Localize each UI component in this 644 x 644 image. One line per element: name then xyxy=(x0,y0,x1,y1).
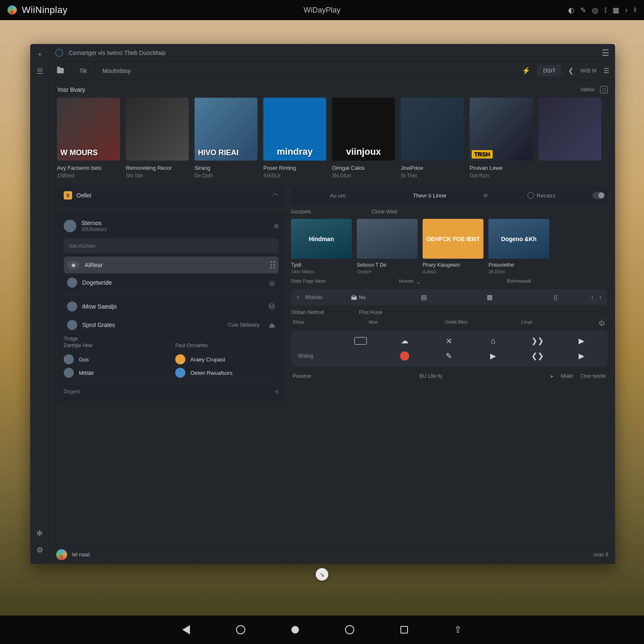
bookmark-icon[interactable]: ▸ xyxy=(551,373,553,379)
album-card[interactable] xyxy=(538,98,601,179)
toolbar-share-icon[interactable]: ❮ xyxy=(568,67,574,75)
album-cover: W MOURS xyxy=(57,98,120,161)
below-strip-labels: Onban Nethod Fhst Huue xyxy=(291,309,608,315)
nav-recents-icon[interactable] xyxy=(400,626,408,634)
mini-card[interactable]: Seboon T De Ondich xyxy=(357,219,418,274)
user-row[interactable]: Sternos 30Uhiokors ⧉ xyxy=(64,218,278,234)
titlebar-circle-icon[interactable] xyxy=(55,49,63,57)
mini-card[interactable]: Hindman Tyslt 7Ahr Milton xyxy=(291,219,352,274)
toolbar-folder-button[interactable] xyxy=(49,62,72,80)
tab[interactable]: Au um xyxy=(293,189,382,202)
library-grid-icon[interactable]: ▢ xyxy=(600,86,608,93)
grid-icon[interactable]: ▦ xyxy=(613,6,619,15)
forward-icon[interactable]: ❯❯ xyxy=(531,336,544,345)
mic-icon[interactable]: Ⓜ xyxy=(268,302,275,311)
strip-device-icon[interactable]: ▯ xyxy=(526,293,586,301)
album-cover: mindray xyxy=(263,98,326,161)
chevron-left-icon[interactable]: ‹ xyxy=(600,293,602,301)
play-icon[interactable]: ▶ xyxy=(490,351,496,361)
user-copy-icon[interactable]: ⧉ xyxy=(274,223,278,230)
play-icon[interactable]: › xyxy=(625,6,628,14)
strip-list-icon[interactable]: ▤ xyxy=(394,293,454,301)
album-card[interactable]: W MOURS Avy Facisenn bets 1SB/wd xyxy=(57,98,120,179)
avatar xyxy=(175,368,185,378)
app-body: Yosr Bvary VeMor ▢ W MOURS Avy Facisenn … xyxy=(49,80,615,545)
nav-assistant-icon[interactable] xyxy=(291,626,299,634)
mini-album-row: Hindman Tyslt 7Ahr Milton Seboon T De On… xyxy=(291,219,608,274)
headphones-icon[interactable]: ◠ xyxy=(273,192,278,200)
pin-icon[interactable]: ✎ xyxy=(580,6,586,15)
cloud-icon[interactable]: ☁ xyxy=(401,336,408,345)
mini-cover: OEHFCK FOE IENT xyxy=(423,219,483,259)
list-item[interactable]: Sprol Grates Cuie Siklwoiry ⏏ xyxy=(64,316,278,334)
list-item[interactable]: iMow Saealjs Ⓜ xyxy=(64,297,278,316)
sub-list-item[interactable]: Mtttäir xyxy=(64,366,167,379)
sub-list-item[interactable]: Oeten Rwuafsors xyxy=(175,366,278,379)
right-tabbar: Au um Thevr ö Linne ⟳ Recatrs xyxy=(291,186,608,205)
sound-icon[interactable]: ❮❯ xyxy=(531,351,544,361)
album-card[interactable]: HIVO RIEAI Sirang De Doth xyxy=(195,98,257,179)
tabbar-toggle[interactable] xyxy=(592,192,605,199)
toolbar-tab-tk[interactable]: Tik xyxy=(72,62,95,80)
nav-home-icon[interactable] xyxy=(236,625,245,634)
chevron-left-icon[interactable]: ‹ xyxy=(591,293,593,301)
play-icon[interactable]: ▶ xyxy=(579,336,584,345)
moon-icon[interactable]: ◐ xyxy=(568,6,574,15)
equalizer-icon[interactable]: ⦀ xyxy=(634,6,636,14)
center-handle-icon[interactable]: ↘ xyxy=(316,568,328,581)
nav-back-icon[interactable] xyxy=(182,625,190,634)
toolbar-more-icon[interactable]: ☰ xyxy=(603,67,609,75)
mini-card[interactable]: OEHFCK FOE IENT Phary Kiasgewin 4.AtsG xyxy=(423,219,483,274)
album-card[interactable]: mindray Poser Rinting S/ASLtr xyxy=(263,98,326,179)
now-playing-art-icon[interactable] xyxy=(56,549,67,560)
item-avatar-icon xyxy=(67,320,77,330)
strip-button[interactable]: 🏔 Nis xyxy=(328,294,388,301)
nav-home2-icon[interactable] xyxy=(345,625,354,634)
left-search[interactable] xyxy=(64,238,278,253)
lock-icon[interactable]: ⌂ xyxy=(491,337,496,345)
list-item[interactable]: ◉ AlRear xyxy=(64,257,278,273)
library-more-link[interactable]: VeMor xyxy=(580,87,595,93)
strip-grid-icon[interactable]: ▦ xyxy=(460,293,520,301)
eject-icon[interactable]: ⏏ xyxy=(269,321,275,329)
tool-icon[interactable]: ✎ xyxy=(446,351,452,361)
panel-badge-icon: S xyxy=(64,191,72,200)
toolbar-dsit-button[interactable]: DSIT xyxy=(537,65,561,76)
globe-icon[interactable]: ◎ xyxy=(592,6,598,15)
folder-icon xyxy=(57,68,64,73)
album-card[interactable]: viinjoux Oimgal Calos 3N Gfurt xyxy=(332,98,395,179)
power-icon[interactable]: ⏻ xyxy=(597,319,606,326)
album-card[interactable]: JnwPdoe St Thet xyxy=(401,98,464,179)
sub-list-item[interactable]: Araey Crupast xyxy=(175,353,278,366)
nav-share-icon[interactable]: ⇧ xyxy=(454,624,462,635)
sub-list-item[interactable]: Gos xyxy=(64,353,167,366)
list-item[interactable]: Dogetwride ◎ xyxy=(64,273,278,292)
two-sub-columns: Darthjie Hew Gos Mtttäir Paul Orcr xyxy=(64,343,278,379)
chevron-left-icon[interactable]: ‹ xyxy=(297,293,299,301)
mini-card[interactable]: Dogeno &Kh Pniouriethe 28 Etion xyxy=(488,219,549,274)
album-cover: TRSH xyxy=(470,98,532,161)
toolbar-bolt-icon[interactable]: ⚡ xyxy=(522,67,530,75)
toolbar-tab-main[interactable]: Mouhnbisy xyxy=(95,62,138,80)
album-card[interactable]: TRSH Pruivan Lewe Got Rizn xyxy=(470,98,532,179)
control-grid: ☁ ⤨ ⌂ ❯❯ ▶ Wuting ✎ ▶ ❮❯ ▶ xyxy=(291,330,608,366)
record-icon[interactable] xyxy=(400,351,409,361)
screen-icon[interactable] xyxy=(354,337,367,345)
cast-icon[interactable]: ⎋ xyxy=(275,388,278,395)
titlebar-menu-icon[interactable]: ☰ xyxy=(602,48,609,58)
wifi-icon[interactable]: ⟟ xyxy=(604,6,607,14)
search-input[interactable] xyxy=(69,243,273,249)
tool-strip: ‹ IMoktas 🏔 Nis ▤ ▦ ▯ ‹ ‹ xyxy=(291,289,608,305)
now-playing-title: lel naal: xyxy=(72,551,91,558)
tab[interactable]: Recatrs xyxy=(497,189,586,202)
mini-subheaders: Gostpets Clune Wietr xyxy=(291,209,608,215)
chevron-down-icon[interactable]: ⌄ xyxy=(416,278,421,285)
tab-icon[interactable]: ⟳ xyxy=(477,189,494,202)
drag-handle-icon[interactable] xyxy=(270,261,275,269)
play-icon[interactable]: ▶ xyxy=(579,351,584,361)
tab[interactable]: Thevr ö Linne xyxy=(385,189,474,202)
album-card[interactable]: Remoreténg Recor Shi Sibi xyxy=(126,98,189,179)
item-avatar-icon xyxy=(67,278,77,288)
shuffle-icon[interactable]: ⤨ xyxy=(446,336,452,345)
target-icon[interactable]: ◎ xyxy=(269,279,275,287)
